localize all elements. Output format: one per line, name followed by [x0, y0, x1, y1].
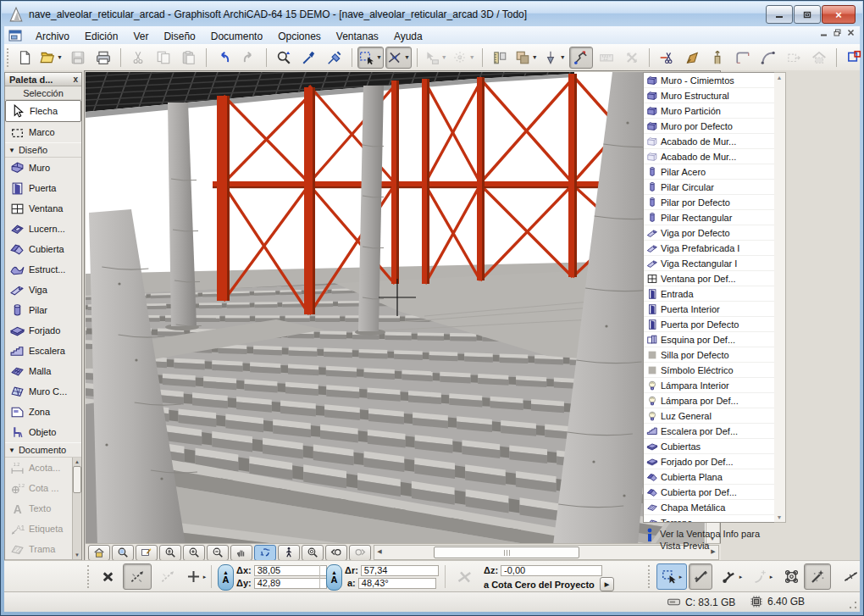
nav-pan-hand-button[interactable]: [230, 545, 252, 561]
dropdown-arrow-icon[interactable]: ▸: [203, 574, 207, 580]
favorite-item[interactable]: Viga Rectangular I: [644, 256, 775, 271]
inject-parameters-button[interactable]: [323, 47, 346, 69]
toolbar-grip[interactable]: [7, 48, 8, 67]
favorite-item[interactable]: Muro - Cimiemtos: [644, 73, 775, 88]
nav-zoom-forward-button[interactable]: [349, 545, 371, 561]
snap-guides-button[interactable]: ▼: [385, 47, 412, 69]
snap-elements-button[interactable]: [838, 563, 863, 590]
angle-value-field[interactable]: 48,43°: [358, 578, 436, 589]
dropdown-arrow-icon[interactable]: ▸: [739, 574, 743, 580]
dz-value-field[interactable]: -0,00: [501, 565, 602, 576]
tool-trama[interactable]: Trama: [5, 539, 73, 559]
menu-edicion[interactable]: Edición: [77, 29, 125, 44]
resize-button[interactable]: [620, 47, 644, 69]
paste-button[interactable]: [177, 47, 201, 69]
polar-line-button[interactable]: [689, 563, 712, 590]
favorite-item[interactable]: Pilar Circular: [644, 180, 775, 195]
dropdown-arrow-icon[interactable]: ▼: [532, 54, 538, 60]
tracker-grip[interactable]: [648, 565, 653, 588]
tool-viga[interactable]: Viga: [5, 280, 81, 300]
scrollbar-thumb[interactable]: [73, 466, 81, 493]
nav-fit-button[interactable]: [302, 545, 324, 561]
tool-etiqueta[interactable]: A1Etiqueta: [5, 519, 73, 539]
nav-zoom-in-button[interactable]: [183, 545, 205, 561]
scroll-down-icon[interactable]: ▼: [774, 514, 784, 520]
tool-malla[interactable]: Malla: [5, 361, 81, 381]
tool-muroc[interactable]: Muro C...: [5, 381, 81, 402]
dropdown-arrow-icon[interactable]: ▼: [560, 54, 566, 60]
favorite-item[interactable]: Muro Estructural: [644, 88, 775, 103]
tool-acota[interactable]: 1.2Acota...: [5, 458, 73, 478]
favorite-item[interactable]: Acabado de Mur...: [644, 134, 775, 149]
menu-archivo[interactable]: Archivo: [28, 29, 77, 44]
dr-value-field[interactable]: 57,34: [361, 565, 439, 576]
tool-escalera[interactable]: Escalera: [5, 341, 81, 361]
edit-selection-button[interactable]: [842, 47, 864, 69]
magic-box-button[interactable]: [778, 563, 804, 590]
restore-button[interactable]: [794, 5, 821, 24]
adjust-button[interactable]: [680, 47, 704, 69]
reference-options-icon[interactable]: ▶: [600, 577, 614, 591]
favorite-item[interactable]: Silla por Defecto: [644, 347, 775, 363]
plumb-button[interactable]: ▼: [541, 47, 568, 69]
ruler-button[interactable]: [488, 47, 512, 69]
trace-reference-button[interactable]: ▼: [513, 47, 540, 69]
split-button[interactable]: [655, 47, 678, 69]
toolbox-title-bar[interactable]: Paleta d... x: [5, 73, 81, 86]
favorite-item[interactable]: Forjado por Def...: [644, 454, 775, 469]
elevation-lock-icon[interactable]: [451, 563, 479, 590]
menu-ver[interactable]: Ver: [125, 29, 156, 44]
tool-estruct[interactable]: Estruct...: [5, 259, 81, 280]
dropdown-arrow-icon[interactable]: ▼: [469, 54, 475, 60]
nav-zoom-select-button[interactable]: [112, 545, 134, 561]
favorite-item[interactable]: Puerta Interior: [644, 302, 775, 317]
nav-zoom-out-button[interactable]: [207, 545, 229, 561]
favorite-item[interactable]: Terreno: [644, 515, 775, 523]
tracker-relative-button[interactable]: [153, 563, 182, 590]
copy-button[interactable]: [152, 47, 175, 69]
favorite-item[interactable]: Símbolo Eléctrico: [644, 363, 775, 378]
menu-ayuda[interactable]: Ayuda: [386, 29, 430, 44]
nav-pan-zoom-button[interactable]: [136, 545, 158, 561]
select-grouped-button[interactable]: ▼: [423, 47, 449, 69]
snap-curve-button[interactable]: ▸: [748, 563, 777, 590]
dropdown-arrow-icon[interactable]: ▼: [404, 54, 410, 60]
favorite-item[interactable]: Esquina por Def...: [644, 332, 775, 347]
pick-parameters-button[interactable]: [297, 47, 321, 69]
scrollbar-thumb[interactable]: [434, 547, 579, 558]
marquee-mode-button[interactable]: ▼: [357, 47, 384, 69]
dropdown-arrow-icon[interactable]: ▼: [441, 54, 447, 60]
open-file-button[interactable]: ▼: [38, 47, 64, 69]
tool-lucern[interactable]: Lucern...: [5, 219, 81, 239]
tracker-grip[interactable]: [87, 565, 92, 588]
scroll-left-icon[interactable]: ◀: [374, 546, 385, 558]
scroll-up-icon[interactable]: ▲: [774, 75, 784, 80]
toolbox-close-icon[interactable]: x: [73, 75, 78, 84]
favorite-item[interactable]: Cubiertas: [644, 439, 775, 454]
tracker-close-button[interactable]: [94, 563, 121, 590]
dy-value-field[interactable]: 42,89: [254, 578, 327, 589]
cut-button[interactable]: [126, 47, 150, 69]
toolbox-section-diseno[interactable]: ▼ Diseño: [5, 142, 81, 158]
tool-pilar[interactable]: Pilar: [5, 300, 81, 320]
scroll-down-icon[interactable]: ▼: [75, 551, 80, 559]
fillet-button[interactable]: [731, 47, 755, 69]
menu-opciones[interactable]: Opciones: [270, 29, 329, 44]
favorite-item[interactable]: Lámpara Interior: [644, 378, 775, 393]
gravity-button[interactable]: ▼: [451, 47, 477, 69]
toolbox-section-documento[interactable]: ▼ Documento: [5, 442, 81, 458]
dropdown-arrow-icon[interactable]: ▸: [770, 574, 773, 580]
favorite-item[interactable]: Ventana por Def...: [644, 271, 775, 286]
close-button[interactable]: ×: [822, 5, 856, 24]
favorite-item[interactable]: Luz General: [644, 408, 775, 424]
tool-forjado[interactable]: Forjado: [5, 320, 81, 341]
nav-orbit-button[interactable]: [254, 545, 276, 561]
favorite-item[interactable]: Puerta por Defecto: [644, 317, 775, 332]
scroll-up-icon[interactable]: ▲: [75, 458, 80, 466]
favorites-scrollbar[interactable]: ▲ ▼: [774, 72, 786, 523]
favorite-item[interactable]: Cubierta por Def...: [644, 485, 775, 500]
snap-point-button[interactable]: ▸: [717, 563, 746, 590]
element-snap-button[interactable]: [569, 47, 593, 69]
resize-grip[interactable]: [849, 601, 857, 609]
tool-zona[interactable]: Zona: [5, 402, 81, 422]
